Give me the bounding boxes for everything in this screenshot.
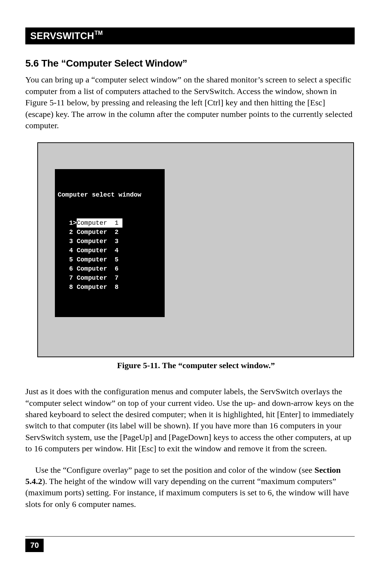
panel-rows: 1>Computer 1 2 Computer 2 3 Computer 3 4… [58,218,162,292]
list-item[interactable]: 7 Computer 7 [58,273,162,283]
intro-paragraph: You can bring up a “computer select wind… [25,74,355,131]
overlay-paragraph: Use the “Configure overlay” page to set … [25,464,355,510]
list-item[interactable]: 2 Computer 2 [58,228,162,237]
figure-box: Computer select window 1>Computer 1 2 Co… [37,142,354,357]
brand-name: SERVSWITCH [30,31,94,41]
list-item[interactable]: 6 Computer 6 [58,264,162,273]
list-item[interactable]: 5 Computer 5 [58,255,162,264]
footer-rule [25,536,355,537]
selected-item-label: Computer 1 [77,218,122,228]
page-footer: 70 [25,536,355,552]
overlay-para-post: ). The height of the window will vary de… [25,477,349,509]
trademark-symbol: TM [95,30,103,36]
list-item[interactable]: 1>Computer 1 [58,218,162,228]
list-item[interactable]: 3 Computer 3 [58,237,162,246]
instructions-paragraph: Just as it does with the configuration m… [25,386,355,454]
computer-select-panel: Computer select window 1>Computer 1 2 Co… [55,169,165,317]
figure-caption: Figure 5-11. The “computer select window… [37,361,355,370]
list-item[interactable]: 8 Computer 8 [58,283,162,292]
panel-title: Computer select window [58,190,162,199]
section-heading: 5.6 The “Computer Select Window” [25,58,355,69]
figure-region: Computer select window 1>Computer 1 2 Co… [37,142,355,370]
list-item[interactable]: 4 Computer 4 [58,246,162,255]
page-number: 70 [25,539,44,552]
title-bar: SERVSWITCHTM [25,27,355,44]
overlay-para-pre: Use the “Configure overlay” page to set … [35,465,315,475]
